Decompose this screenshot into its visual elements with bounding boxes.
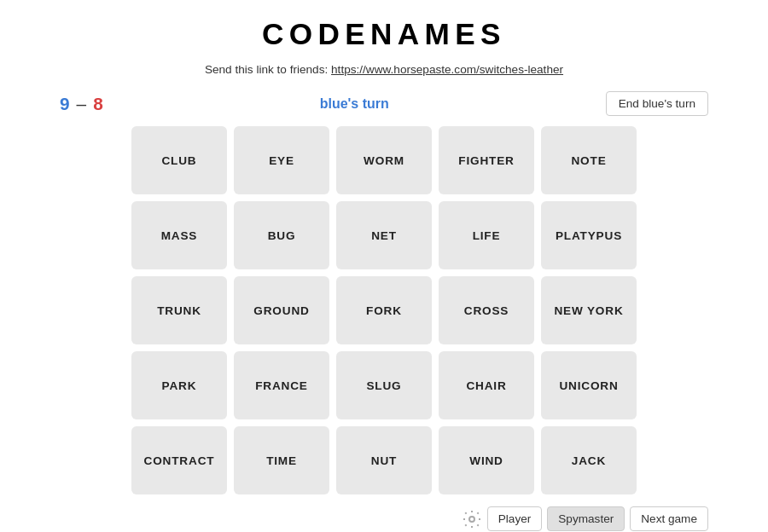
card-17[interactable]: SLUG (336, 351, 432, 419)
next-game-button[interactable]: Next game (630, 506, 708, 531)
end-turn-button[interactable]: End blue's turn (606, 91, 708, 116)
spymaster-button[interactable]: Spymaster (547, 506, 625, 531)
svg-point-0 (469, 517, 474, 522)
card-2[interactable]: WORM (336, 126, 432, 194)
turn-label: blue's turn (103, 96, 606, 112)
card-12[interactable]: FORK (336, 276, 432, 344)
score-display: 9 – 8 (60, 94, 103, 114)
card-0[interactable]: CLUB (131, 126, 227, 194)
card-7[interactable]: NET (336, 201, 432, 269)
card-15[interactable]: PARK (131, 351, 227, 419)
card-24[interactable]: JACK (541, 426, 637, 494)
card-10[interactable]: TRUNK (131, 276, 227, 344)
card-18[interactable]: CHAIR (439, 351, 534, 419)
card-22[interactable]: NUT (336, 426, 432, 494)
card-6[interactable]: BUG (234, 201, 329, 269)
card-11[interactable]: GROUND (234, 276, 329, 344)
settings-icon[interactable] (462, 509, 482, 529)
card-grid: CLUBEYEWORMFIGHTERNOTEMASSBUGNETLIFEPLAT… (131, 126, 637, 494)
score-bar: 9 – 8 blue's turn End blue's turn (60, 91, 708, 116)
card-21[interactable]: TIME (234, 426, 329, 494)
score-blue: 9 (60, 94, 70, 114)
card-23[interactable]: WIND (439, 426, 534, 494)
share-link-container: Send this link to friends: https://www.h… (205, 63, 563, 76)
card-1[interactable]: EYE (234, 126, 329, 194)
page-title: CODENAMES (262, 17, 506, 51)
card-13[interactable]: CROSS (439, 276, 534, 344)
score-dash: – (77, 94, 87, 114)
share-label: Send this link to friends: (205, 63, 328, 76)
share-url[interactable]: https://www.horsepaste.com/switches-leat… (331, 63, 563, 76)
card-16[interactable]: FRANCE (234, 351, 329, 419)
card-20[interactable]: CONTRACT (131, 426, 227, 494)
card-8[interactable]: LIFE (439, 201, 534, 269)
card-3[interactable]: FIGHTER (439, 126, 534, 194)
card-4[interactable]: NOTE (541, 126, 637, 194)
card-19[interactable]: UNICORN (541, 351, 637, 419)
player-button[interactable]: Player (487, 506, 543, 531)
score-red: 8 (93, 94, 103, 114)
card-9[interactable]: PLATYPUS (541, 201, 637, 269)
card-14[interactable]: NEW YORK (541, 276, 637, 344)
card-5[interactable]: MASS (131, 201, 227, 269)
bottom-bar: Player Spymaster Next game (60, 506, 708, 531)
